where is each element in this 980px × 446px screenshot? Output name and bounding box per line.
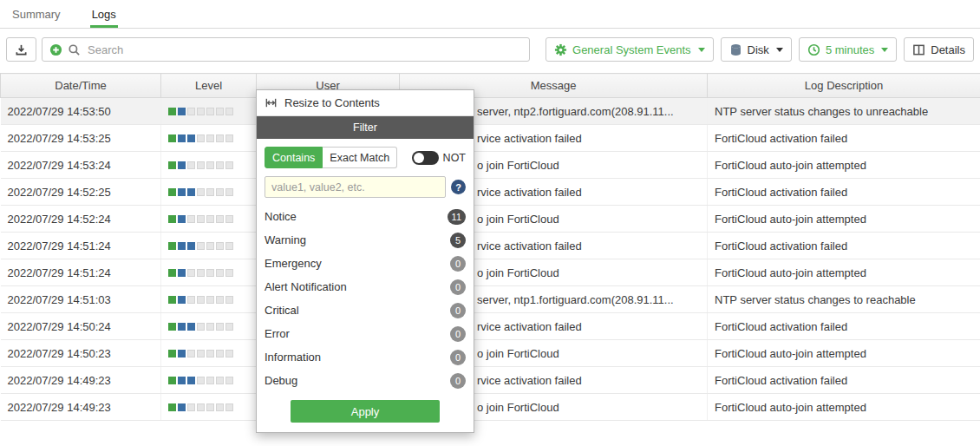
filter-body: Contains Exact Match NOT ? Notice11Warni… xyxy=(257,139,474,432)
table-row[interactable]: 2022/07/29 14:50:23o join FortiCloudFort… xyxy=(1,340,980,367)
search-input[interactable] xyxy=(86,43,522,57)
event-type-dropdown[interactable]: General System Events xyxy=(546,37,714,62)
level-cell xyxy=(161,125,257,152)
level-segment-empty xyxy=(225,161,233,169)
filter-options-list: Notice11Warning5Emergency0Alert Notifica… xyxy=(265,205,466,392)
table-row[interactable]: 2022/07/29 14:53:25rvice activation fail… xyxy=(1,125,980,152)
level-segment-filled xyxy=(178,296,186,304)
filter-value-input[interactable] xyxy=(265,176,446,198)
level-segment-filled xyxy=(168,134,176,142)
level-segment-empty xyxy=(216,188,224,196)
level-cell xyxy=(161,286,257,313)
filter-option-critical[interactable]: Critical0 xyxy=(265,298,466,322)
level-cell xyxy=(161,206,257,233)
level-segment-empty xyxy=(206,296,214,304)
apply-button[interactable]: Apply xyxy=(291,400,440,423)
add-filter-icon[interactable] xyxy=(49,43,62,56)
filter-option-error[interactable]: Error0 xyxy=(265,322,466,345)
level-segment-empty xyxy=(206,377,214,384)
count-badge: 0 xyxy=(450,303,466,318)
filter-option-notice[interactable]: Notice11 xyxy=(265,205,466,228)
filter-option-label: Alert Notification xyxy=(265,280,347,293)
filter-option-alert-notification[interactable]: Alert Notification0 xyxy=(265,275,466,298)
level-segment-empty xyxy=(187,269,195,277)
description-cell: FortiCloud activation failed xyxy=(708,125,980,152)
table-row[interactable]: 2022/07/29 14:53:24o join FortiCloudFort… xyxy=(1,152,980,179)
caret-down-icon xyxy=(881,48,888,52)
column-header-level[interactable]: Level xyxy=(161,74,257,98)
level-segment-empty xyxy=(197,161,205,169)
level-segment-empty xyxy=(187,403,195,411)
level-indicator-warning xyxy=(168,134,249,142)
tab-logs[interactable]: Logs xyxy=(90,2,118,28)
level-segment-empty xyxy=(187,350,195,357)
log-source-dropdown[interactable]: Disk xyxy=(721,37,792,62)
exact-match-button[interactable]: Exact Match xyxy=(323,147,397,168)
level-indicator-notice xyxy=(168,215,249,223)
level-segment-empty xyxy=(225,377,233,384)
level-segment-filled xyxy=(187,134,195,142)
level-segment-empty xyxy=(197,215,205,223)
level-segment-empty xyxy=(206,403,214,411)
level-segment-filled xyxy=(168,403,176,411)
not-label: NOT xyxy=(443,152,466,164)
level-segment-empty xyxy=(225,108,233,115)
help-icon[interactable]: ? xyxy=(451,180,466,194)
level-indicator-warning xyxy=(168,323,249,331)
table-row[interactable]: 2022/07/29 14:51:24o join FortiCloudFort… xyxy=(1,259,980,286)
search-box[interactable] xyxy=(42,37,530,62)
filter-option-debug[interactable]: Debug0 xyxy=(265,369,466,392)
time-range-dropdown[interactable]: 5 minutes xyxy=(799,37,897,62)
details-panel-icon xyxy=(912,43,925,56)
count-badge: 0 xyxy=(450,373,466,389)
count-badge: 0 xyxy=(450,326,466,342)
level-segment-empty xyxy=(206,188,214,196)
level-segment-filled xyxy=(178,269,186,277)
table-row[interactable]: 2022/07/29 14:52:25rvice activation fail… xyxy=(1,179,980,206)
level-indicator-notice xyxy=(168,350,249,357)
level-segment-empty xyxy=(225,188,233,196)
log-viewer-screen: Summary Logs Genera xyxy=(0,0,980,446)
level-cell xyxy=(161,233,257,259)
level-segment-empty xyxy=(216,108,224,115)
level-segment-empty xyxy=(216,269,224,277)
filter-option-warning[interactable]: Warning5 xyxy=(265,228,466,252)
table-row[interactable]: 2022/07/29 14:51:03server, ntp1.fortigua… xyxy=(1,286,980,313)
download-button[interactable] xyxy=(6,37,36,62)
table-row[interactable]: 2022/07/29 14:49:23rvice activation fail… xyxy=(1,367,980,394)
column-header-log-description[interactable]: Log Description xyxy=(708,74,980,98)
filter-option-label: Critical xyxy=(265,304,299,317)
contains-button[interactable]: Contains xyxy=(265,147,323,168)
toggle-knob xyxy=(414,153,424,163)
not-toggle[interactable] xyxy=(412,151,439,165)
level-segment-empty xyxy=(225,134,233,142)
description-cell: FortiCloud activation failed xyxy=(708,233,980,259)
level-segment-empty xyxy=(216,242,224,250)
resize-to-contents-item[interactable]: Resize to Contents xyxy=(257,90,474,116)
datetime-cell: 2022/07/29 14:52:24 xyxy=(1,206,161,233)
filter-option-information[interactable]: Information0 xyxy=(265,345,466,369)
tab-summary[interactable]: Summary xyxy=(10,2,62,28)
level-segment-empty xyxy=(216,377,224,384)
table-row[interactable]: 2022/07/29 14:50:24rvice activation fail… xyxy=(1,313,980,340)
gear-icon xyxy=(554,43,567,56)
table-row[interactable]: 2022/07/29 14:53:50server, ntp2.fortigua… xyxy=(1,98,980,125)
filter-option-label: Error xyxy=(265,327,290,340)
level-segment-filled xyxy=(187,242,195,250)
details-button[interactable]: Details xyxy=(904,37,974,62)
filter-option-emergency[interactable]: Emergency0 xyxy=(265,252,466,275)
table-row[interactable]: 2022/07/29 14:49:23o join FortiCloudFort… xyxy=(1,394,980,421)
datetime-cell: 2022/07/29 14:51:03 xyxy=(1,286,161,313)
level-segment-filled xyxy=(168,350,176,357)
level-segment-filled xyxy=(178,161,186,169)
description-cell: NTP server status changes to unreachable xyxy=(708,98,980,125)
level-segment-empty xyxy=(216,134,224,142)
level-indicator-notice xyxy=(168,108,249,115)
table-row[interactable]: 2022/07/29 14:51:24rvice activation fail… xyxy=(1,233,980,259)
column-header-datetime[interactable]: Date/Time xyxy=(1,74,161,98)
datetime-cell: 2022/07/29 14:50:23 xyxy=(1,340,161,367)
table-row[interactable]: 2022/07/29 14:52:24o join FortiCloudFort… xyxy=(1,206,980,233)
level-segment-empty xyxy=(225,215,233,223)
level-cell xyxy=(161,152,257,179)
level-cell xyxy=(161,313,257,340)
